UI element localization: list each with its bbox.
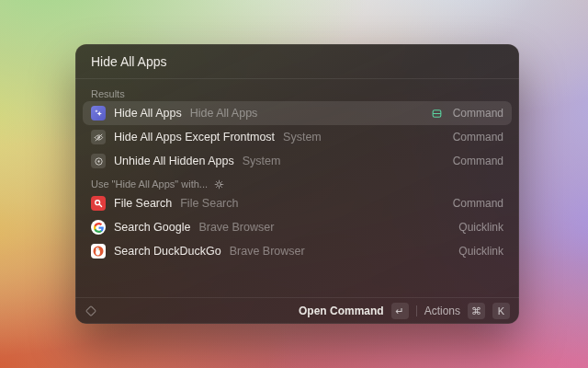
footer-bar: Open Command ↵ Actions ⌘ K: [75, 297, 519, 324]
launcher-window: Hide All Apps ResultsHide All AppsHide A…: [75, 44, 519, 324]
duckduckgo-icon: [91, 244, 106, 259]
result-row[interactable]: Hide All Apps Except FrontmostSystemComm…: [83, 125, 512, 149]
actions-button[interactable]: Actions: [424, 305, 460, 317]
result-subtitle: Brave Browser: [198, 221, 274, 234]
result-subtitle: Brave Browser: [230, 245, 305, 258]
result-subtitle: File Search: [180, 197, 238, 210]
footer-divider: [416, 305, 417, 316]
search-input[interactable]: Hide All Apps: [91, 54, 167, 69]
google-icon: [91, 220, 106, 235]
result-title: Search Google: [114, 221, 190, 234]
search-bar[interactable]: Hide All Apps: [75, 44, 519, 79]
result-title: Unhide All Hidden Apps: [114, 155, 234, 167]
hide-all-apps-icon: [91, 106, 106, 121]
result-subtitle: System: [283, 131, 322, 144]
result-title: Search DuckDuckGo: [114, 245, 221, 258]
result-type-label: Quicklink: [458, 221, 503, 234]
cmd-key-badge: ⌘: [468, 303, 485, 319]
result-title: File Search: [114, 197, 172, 210]
result-type-label: Command: [453, 197, 503, 210]
results-panel: ResultsHide All AppsHide All AppsCommand…: [75, 79, 519, 297]
result-type-label: Quicklink: [458, 245, 503, 258]
section-header: Results: [83, 83, 512, 101]
result-row[interactable]: Hide All AppsHide All AppsCommand: [83, 101, 512, 125]
enter-key-badge: ↵: [391, 303, 409, 319]
section-header: Use "Hide All Apps" with...: [83, 173, 512, 191]
result-type-label: Command: [453, 131, 503, 144]
open-command-button[interactable]: Open Command: [299, 305, 384, 317]
result-subtitle: System: [243, 155, 281, 167]
result-subtitle: Hide All Apps: [190, 107, 258, 120]
result-title: Hide All Apps Except Frontmost: [114, 131, 275, 144]
eye-icon: [91, 154, 106, 168]
result-row[interactable]: Search DuckDuckGoBrave BrowserQuicklink: [83, 239, 512, 263]
result-type-label: Command: [453, 107, 503, 120]
result-type-label: Command: [453, 155, 503, 167]
section-title: Use "Hide All Apps" with...: [91, 178, 208, 190]
window-icon: [431, 108, 443, 120]
result-row[interactable]: Search GoogleBrave BrowserQuicklink: [83, 215, 512, 239]
raycast-logo-icon: [85, 305, 97, 317]
gear-icon[interactable]: [214, 179, 224, 190]
eye-slash-icon: [91, 130, 106, 144]
result-row[interactable]: Unhide All Hidden AppsSystemCommand: [83, 149, 512, 173]
file-search-icon: [91, 196, 106, 211]
result-title: Hide All Apps: [114, 107, 182, 120]
results-sections: ResultsHide All AppsHide All AppsCommand…: [83, 83, 512, 263]
desktop-background: Hide All Apps ResultsHide All AppsHide A…: [0, 0, 588, 368]
section-title: Results: [91, 88, 125, 99]
k-key-badge: K: [492, 303, 510, 319]
result-row[interactable]: File SearchFile SearchCommand: [83, 191, 512, 215]
